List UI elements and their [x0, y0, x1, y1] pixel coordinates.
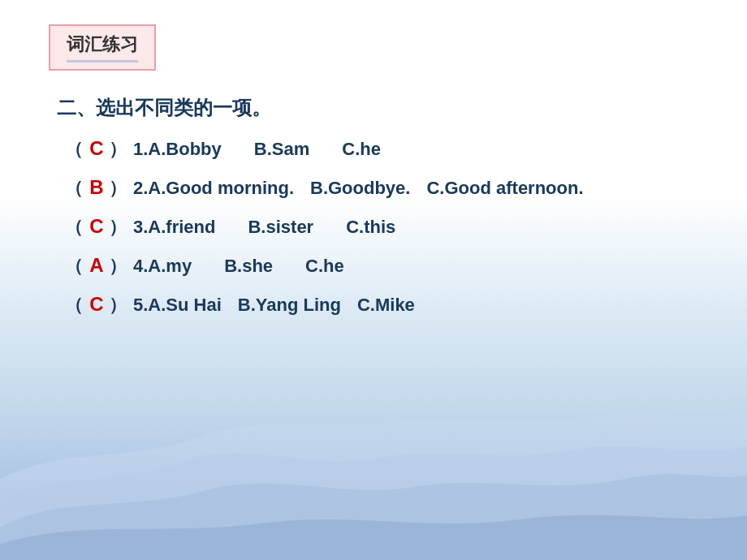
q4-opt2: C.he	[305, 256, 344, 277]
paren-right-2: ）	[109, 176, 127, 200]
paren-right-1: ）	[109, 137, 127, 162]
q3-opt2: C.this	[346, 217, 395, 238]
q5-text: 5.A.Su Hai	[133, 295, 222, 316]
q5-opt1: B.Yang Ling	[238, 295, 341, 316]
question-row-5: （ C ） 5.A.Su Hai B.Yang Ling C.Mike	[65, 293, 698, 317]
answer-4: A	[88, 254, 106, 277]
q4-text: 4.A.my	[133, 256, 192, 277]
paren-left-1: （	[65, 137, 83, 162]
title-underline	[67, 60, 138, 62]
answer-2: B	[88, 176, 106, 199]
title-text: 词汇练习	[67, 32, 138, 57]
paren-left-4: （	[65, 254, 83, 278]
paren-left-5: （	[65, 293, 83, 317]
questions-list: （ C ） 1.A.Bobby B.Sam C.he （ B ） 2.A.Goo…	[65, 137, 698, 317]
question-row-3: （ C ） 3.A.friend B.sister C.this	[65, 215, 698, 239]
paren-right-3: ）	[109, 215, 127, 239]
q3-text: 3.A.friend	[133, 217, 215, 238]
question-row-2: （ B ） 2.A.Good morning. B.Goodbye. C.Goo…	[65, 176, 698, 200]
q1-text: 1.A.Bobby	[133, 139, 222, 160]
title-box: 词汇练习	[49, 24, 156, 71]
question-row-4: （ A ） 4.A.my B.she C.he	[65, 254, 698, 278]
answer-3: C	[88, 215, 106, 238]
answer-5: C	[88, 293, 106, 316]
section-heading: 二、选出不同类的一项。	[57, 95, 698, 121]
q3-opt1: B.sister	[248, 217, 313, 238]
question-row-1: （ C ） 1.A.Bobby B.Sam C.he	[65, 137, 698, 162]
main-content: 词汇练习 二、选出不同类的一项。 （ C ） 1.A.Bobby B.Sam C…	[0, 0, 747, 560]
paren-left-3: （	[65, 215, 83, 239]
paren-right-5: ）	[109, 293, 127, 317]
q4-opt1: B.she	[224, 256, 273, 277]
paren-right-4: ）	[109, 254, 127, 278]
paren-left-2: （	[65, 176, 83, 200]
q2-opt2: C.Good afternoon.	[426, 178, 583, 199]
q5-opt2: C.Mike	[357, 295, 415, 316]
answer-1: C	[88, 137, 106, 160]
q1-opt1: B.Sam	[254, 139, 309, 160]
q2-opt1: B.Goodbye.	[310, 178, 410, 199]
q2-text: 2.A.Good morning.	[133, 178, 294, 199]
q1-opt2: C.he	[342, 139, 381, 160]
